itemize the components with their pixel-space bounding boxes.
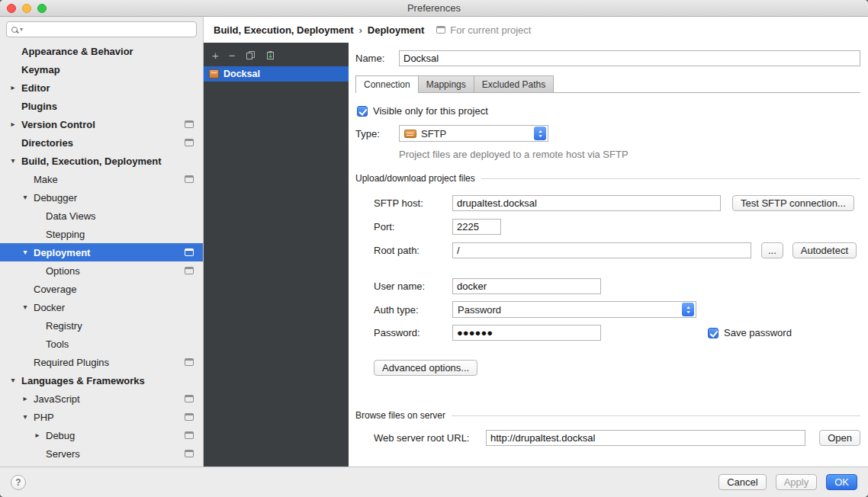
sidebar-item-editor[interactable]: ▸Editor <box>0 79 203 97</box>
sidebar-item-label: Data Views <box>46 210 96 222</box>
project-scope-icon <box>185 175 194 183</box>
copy-server-icon[interactable] <box>246 50 256 60</box>
sidebar-item-make[interactable]: Make <box>0 170 203 188</box>
chevron-down-icon[interactable]: ▾ <box>5 157 21 165</box>
content-body: + − Docksal Name: <box>204 43 868 467</box>
titlebar[interactable]: Preferences <box>0 0 868 17</box>
apply-button[interactable]: Apply <box>776 474 818 490</box>
deployment-form: Name: Connection Mappings Excluded Paths… <box>349 43 868 467</box>
save-password-checkbox[interactable] <box>708 328 719 338</box>
tab-connection[interactable]: Connection <box>355 75 419 93</box>
chevron-down-icon[interactable]: ▾ <box>17 303 34 311</box>
sidebar-item-directories[interactable]: Directories <box>0 133 203 152</box>
sftp-host-input[interactable] <box>452 195 721 211</box>
sidebar-item-coverage[interactable]: Coverage <box>0 280 203 298</box>
add-server-button[interactable]: + <box>212 50 219 61</box>
tab-mappings[interactable]: Mappings <box>418 75 474 92</box>
project-scope-icon <box>185 413 194 421</box>
chevron-right-icon[interactable]: ▸ <box>17 395 34 402</box>
chevron-right-icon[interactable]: ▸ <box>5 84 21 91</box>
project-scope-icon <box>185 139 194 146</box>
sidebar-item-javascript[interactable]: ▸JavaScript <box>0 390 203 408</box>
sidebar-item-plugins[interactable]: Plugins <box>0 97 203 115</box>
type-label: Type: <box>355 128 399 139</box>
browse-root-button[interactable]: ... <box>761 242 783 258</box>
sidebar-item-data-views[interactable]: Data Views <box>0 207 203 225</box>
sidebar-item-label: Directories <box>21 137 73 149</box>
sidebar-item-stepping[interactable]: Stepping <box>0 225 203 243</box>
type-select[interactable]: SFTP ▲▼ <box>399 125 548 142</box>
chevron-right-icon[interactable]: ▸ <box>5 120 21 128</box>
import-server-icon[interactable] <box>265 50 275 60</box>
sidebar-item-servers[interactable]: Servers <box>0 444 203 463</box>
chevron-down-icon[interactable]: ▾ <box>5 377 21 384</box>
name-input[interactable] <box>399 50 860 66</box>
sidebar-item-label: Debugger <box>34 192 77 204</box>
sidebar-item-build-execution-deployment[interactable]: ▾Build, Execution, Deployment <box>0 152 203 170</box>
sidebar-item-deployment[interactable]: ▾Deployment <box>0 243 203 261</box>
sidebar-item-label: Plugins <box>21 101 57 112</box>
root-path-input[interactable] <box>452 242 751 258</box>
sidebar-item-registry[interactable]: Registry <box>0 316 203 335</box>
web-root-label: Web server root URL: <box>374 432 486 444</box>
window-title: Preferences <box>407 2 461 14</box>
breadcrumb: Build, Execution, Deployment › Deploymen… <box>204 17 868 43</box>
upload-section-title: Upload/download project files <box>355 173 475 184</box>
sidebar-item-keymap[interactable]: Keymap <box>0 60 203 79</box>
visible-only-checkbox[interactable] <box>357 106 368 117</box>
autodetect-button[interactable]: Autodetect <box>792 242 857 258</box>
user-name-label: User name: <box>374 281 452 292</box>
sidebar-item-debug[interactable]: ▸Debug <box>0 426 203 444</box>
port-input[interactable] <box>452 219 501 235</box>
user-name-input[interactable] <box>452 278 601 294</box>
sidebar-item-tools[interactable]: Tools <box>0 335 203 353</box>
help-button[interactable]: ? <box>11 475 26 490</box>
sidebar-item-required-plugins[interactable]: Required Plugins <box>0 353 203 371</box>
project-scope-icon <box>185 431 194 439</box>
open-button[interactable]: Open <box>819 430 860 446</box>
sidebar-item-options[interactable]: Options <box>0 261 203 280</box>
tab-excluded-paths[interactable]: Excluded Paths <box>474 75 554 92</box>
server-item-docksal[interactable]: Docksal <box>204 66 349 82</box>
tab-bar: Connection Mappings Excluded Paths <box>355 75 860 93</box>
chevron-down-icon[interactable]: ▾ <box>17 413 34 421</box>
cancel-button[interactable]: Cancel <box>719 474 766 490</box>
minimize-button[interactable] <box>22 4 31 13</box>
chevron-down-icon[interactable]: ▾ <box>17 248 34 256</box>
sidebar-item-debugger[interactable]: ▾Debugger <box>0 188 203 207</box>
sidebar-item-version-control[interactable]: ▸Version Control <box>0 115 203 133</box>
port-label: Port: <box>374 221 452 232</box>
web-root-input[interactable] <box>486 430 805 446</box>
server-list: Docksal <box>204 66 349 82</box>
content-area: Build, Execution, Deployment › Deploymen… <box>204 17 868 467</box>
password-input[interactable] <box>452 325 601 341</box>
close-button[interactable] <box>7 4 16 13</box>
sidebar-item-languages-frameworks[interactable]: ▾Languages & Frameworks <box>0 371 203 390</box>
advanced-options-button[interactable]: Advanced options... <box>374 360 477 376</box>
search-history-chevron-icon[interactable]: ▾ <box>20 27 23 33</box>
server-item-label: Docksal <box>223 69 260 79</box>
zoom-button[interactable] <box>37 4 47 13</box>
auth-type-select[interactable]: Password ▲▼ <box>452 301 696 318</box>
visible-only-label: Visible only for this project <box>373 105 488 117</box>
sidebar-item-php[interactable]: ▾PHP <box>0 408 203 426</box>
settings-search-input[interactable]: ▾ <box>6 21 197 37</box>
chevron-right-icon[interactable]: ▸ <box>29 431 46 439</box>
ok-button[interactable]: OK <box>826 474 857 490</box>
sidebar-item-appearance-behavior[interactable]: Appearance & Behavior <box>0 42 203 60</box>
scope-indicator: For current project <box>436 24 531 36</box>
server-toolbar: + − <box>204 46 349 63</box>
sidebar-item-docker[interactable]: ▾Docker <box>0 298 203 316</box>
sidebar-item-label: Debug <box>46 430 75 441</box>
sidebar-item-label: Appearance & Behavior <box>21 46 133 57</box>
root-path-label: Root path: <box>374 245 452 256</box>
remove-server-button[interactable]: − <box>229 50 236 61</box>
name-label: Name: <box>355 53 399 64</box>
type-help-text: Project files are deployed to a remote h… <box>355 149 860 160</box>
breadcrumb-parent[interactable]: Build, Execution, Deployment <box>214 24 353 36</box>
search-icon <box>11 27 18 33</box>
test-connection-button[interactable]: Test SFTP connection... <box>732 195 854 211</box>
sidebar-item-label: JavaScript <box>34 393 80 405</box>
sidebar-item-label: Make <box>34 174 58 185</box>
chevron-down-icon[interactable]: ▾ <box>17 194 34 201</box>
